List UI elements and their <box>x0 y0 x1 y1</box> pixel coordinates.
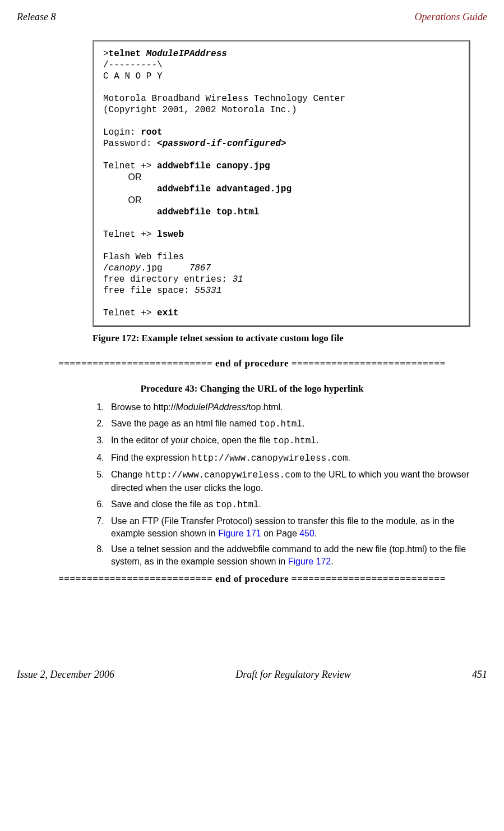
step-4-text-a: Find the expression <box>111 453 192 462</box>
procedure-steps: Browse to http://ModuleIPAddress/top.htm… <box>93 401 470 568</box>
figure-caption: Figure 172: Example telnet session to ac… <box>93 333 487 344</box>
step-8-text-c: . <box>331 557 333 566</box>
step-6-text-c: . <box>259 499 261 509</box>
step-8: Use a telnet session and the addwebfile … <box>107 543 470 567</box>
step-5-text-a: Change <box>111 470 145 479</box>
login-label: Login: <box>103 127 136 137</box>
step-2-filename: top.html <box>259 419 302 429</box>
or-2: OR <box>128 195 141 205</box>
or-1: OR <box>128 172 141 182</box>
page-header: Release 8 Operations Guide <box>17 11 487 23</box>
free-file-label: free file space: <box>103 286 189 296</box>
step-1: Browse to http://ModuleIPAddress/top.htm… <box>107 401 470 414</box>
figure-172-link[interactable]: Figure 172 <box>288 557 331 566</box>
cmd-addwebfile-top: addwebfile top.html <box>157 207 259 217</box>
end-of-procedure-divider-1: =========================== end of proce… <box>17 358 487 369</box>
cmd-telnet: telnet <box>109 49 141 59</box>
end-of-procedure-divider-2: =========================== end of proce… <box>17 573 487 585</box>
prompt-gt: > <box>103 49 109 59</box>
login-value: root <box>141 127 162 137</box>
free-file-value: 55331 <box>195 286 221 296</box>
flash-web-files-label: Flash Web files <box>103 252 184 262</box>
step-1-text-c: /top.html. <box>246 402 283 412</box>
step-4-text-c: . <box>348 453 350 462</box>
cmd-addwebfile-canopy: addwebfile canopy.jpg <box>157 161 270 171</box>
step-1-text-a: Browse to http:// <box>111 402 176 412</box>
telnet-prompt-2: Telnet +> <box>103 229 151 240</box>
lt-bracket: < <box>157 139 163 149</box>
file-ext-jpg: .jpg <box>141 263 162 273</box>
step-3-text-a: In the editor of your choice, open the f… <box>111 435 273 445</box>
footer-page-number: 451 <box>472 669 487 681</box>
file-slash: / <box>103 263 109 273</box>
free-dir-value: 31 <box>232 274 243 284</box>
file-name-canopy: canopy <box>109 263 141 273</box>
step-3: In the editor of your choice, open the f… <box>107 434 470 448</box>
step-2-text-a: Save the page as an html file named <box>111 419 259 428</box>
step-7: Use an FTP (File Transfer Protocol) sess… <box>107 515 470 539</box>
step-7-text-e: . <box>315 529 317 538</box>
cmd-addwebfile-advantaged: addwebfile advantaged.jpg <box>157 184 292 194</box>
step-3-filename: top.html <box>273 436 316 446</box>
copyright-line: (Copyright 2001, 2002 Motorola Inc.) <box>103 105 297 115</box>
procedure-title: Procedure 43: Changing the URL of the lo… <box>17 383 487 394</box>
cmd-exit: exit <box>157 308 178 318</box>
footer-draft: Draft for Regulatory Review <box>235 669 350 681</box>
step-6-filename: top.html <box>216 500 259 510</box>
step-4-url: http://www.canopywireless.com <box>192 453 348 463</box>
file-size: 7867 <box>189 263 211 273</box>
step-2-text-c: . <box>302 419 304 428</box>
password-placeholder: password-if-configured <box>163 139 281 149</box>
step-6: Save and close the file as top.html. <box>107 498 470 512</box>
header-release: Release 8 <box>17 11 56 23</box>
gt-bracket: > <box>281 139 286 149</box>
ascii-art-top: /---------\ <box>103 60 163 70</box>
telnet-prompt-3: Telnet +> <box>103 308 151 318</box>
telnet-prompt-1: Telnet +> <box>103 161 151 171</box>
canopy-banner: C A N O P Y <box>103 71 163 81</box>
step-5: Change http://www.canopywireless.com to … <box>107 469 470 494</box>
cmd-lsweb: lsweb <box>157 229 184 240</box>
step-3-text-c: . <box>316 435 318 445</box>
step-7-text-c: on Page <box>261 529 300 538</box>
password-label: Password: <box>103 139 151 149</box>
footer-issue: Issue 2, December 2006 <box>17 669 114 681</box>
header-guide-title: Operations Guide <box>415 11 488 23</box>
motorola-banner: Motorola Broadband Wireless Technology C… <box>103 94 345 104</box>
module-ip-placeholder: ModuleIPAddress <box>146 49 227 59</box>
step-6-text-a: Save and close the file as <box>111 499 216 509</box>
step-5-url: http://www.canopywireless.com <box>145 470 301 480</box>
step-4: Find the expression http://www.canopywir… <box>107 452 470 465</box>
step-1-module-ip: ModuleIPAddress <box>176 402 246 412</box>
terminal-session-box: >telnet ModuleIPAddress /---------\ C A … <box>93 40 470 327</box>
page-450-link[interactable]: 450 <box>299 529 315 538</box>
page-footer: Issue 2, December 2006 Draft for Regulat… <box>17 669 487 681</box>
free-dir-label: free directory entries: <box>103 274 227 284</box>
figure-171-link[interactable]: Figure 171 <box>218 529 261 538</box>
step-2: Save the page as an html file named top.… <box>107 417 470 431</box>
